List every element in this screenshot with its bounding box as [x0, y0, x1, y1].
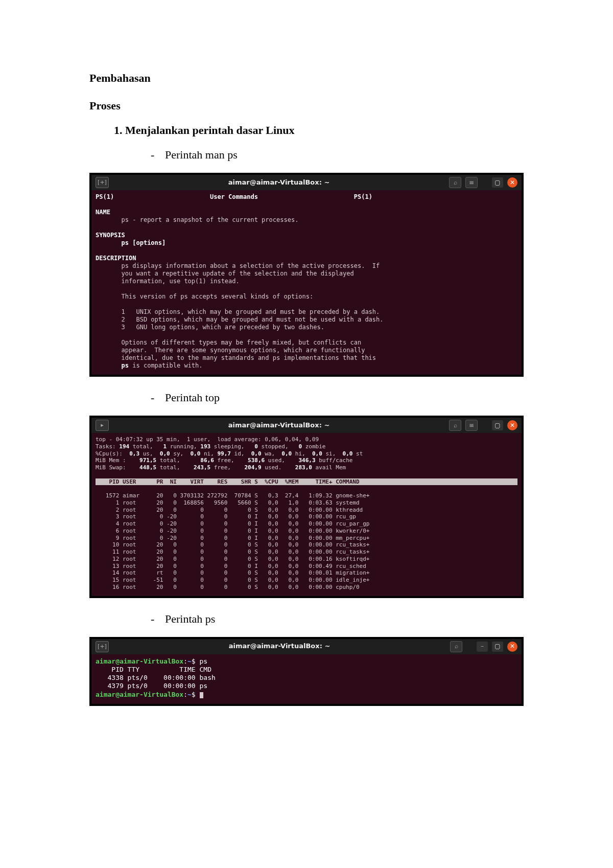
dash-item-3: -Perintah ps	[89, 612, 524, 626]
man-desc-line: identical, due to the many standards and…	[96, 354, 376, 361]
man-desc-line: ps displays information about a selectio…	[96, 262, 380, 269]
table-row: 15 root -51 0 0 0 0 S 0,0 0,0 0:00.00 id…	[96, 577, 369, 583]
terminal-body[interactable]: top - 04:07:32 up 35 min, 1 user, load a…	[91, 433, 522, 596]
man-desc-line: information, use top(1) instead.	[96, 278, 240, 285]
man-section-name: NAME	[96, 209, 110, 216]
terminal-titlebar: [+] aimar@aimar-VirtualBox: ~ ⌕ ≡ ▢ ✕	[91, 175, 522, 190]
terminal-ps: [+] aimar@aimar-VirtualBox: ~ ⌕ – ▢ ✕ ai…	[89, 637, 524, 706]
dash-item-1: -Perintah man ps	[89, 148, 524, 162]
man-desc-line: you want a repetitive update of the sele…	[96, 270, 354, 277]
menu-icon[interactable]: ≡	[465, 420, 478, 431]
table-row: 10 root 20 0 0 0 0 S 0,0 0,0 0:00.00 rcu…	[96, 541, 369, 548]
close-icon[interactable]: ✕	[507, 642, 517, 652]
search-icon[interactable]: ⌕	[450, 641, 462, 652]
page-subtitle: Proses	[89, 99, 524, 112]
table-row: 1572 aimar 20 0 3703132 272792 70784 S 0…	[96, 492, 369, 499]
terminal-titlebar: ▸ aimar@aimar-VirtualBox: ~ ⌕ ≡ ▢ ✕	[91, 418, 522, 433]
man-header-center: User Commands	[210, 193, 258, 200]
terminal-body[interactable]: PS(1) User Commands PS(1) NAME ps - repo…	[91, 190, 522, 375]
maximize-icon[interactable]: ▢	[492, 420, 503, 430]
table-row: 13 root 20 0 0 0 0 I 0,0 0,0 0:00.49 rcu…	[96, 563, 369, 569]
new-tab-button[interactable]: ▸	[96, 420, 109, 431]
close-icon[interactable]: ✕	[507, 177, 517, 188]
table-row: 9 root 0 -20 0 0 0 I 0,0 0,0 0:00.00 mm_…	[96, 535, 369, 541]
top-tasks-line: Tasks: 194 total, 1 running, 193 sleepin…	[96, 443, 325, 450]
man-desc-line: Options of different types may be freely…	[96, 339, 361, 346]
table-row: 4 root 0 -20 0 0 0 I 0,0 0,0 0:00.00 rcu…	[96, 520, 369, 527]
man-option-line: 1 UNIX options, which may be grouped and…	[96, 308, 380, 315]
top-uptime-line: top - 04:07:32 up 35 min, 1 user, load a…	[96, 436, 319, 443]
prompt-user: aimar@aimar-VirtualBox	[96, 657, 183, 665]
man-name-line: ps - report a snapshot of the current pr…	[96, 216, 298, 223]
minimize-icon[interactable]: –	[477, 642, 488, 652]
terminal-body[interactable]: aimar@aimar-VirtualBox:~$ ps PID TTY TIM…	[91, 654, 522, 704]
terminal-title: aimar@aimar-VirtualBox: ~	[113, 642, 446, 650]
table-row: 12 root 20 0 0 0 0 S 0,0 0,0 0:00.16 kso…	[96, 556, 369, 562]
man-option-line: 2 BSD options, which may be grouped and …	[96, 316, 384, 323]
cursor-icon	[200, 692, 203, 698]
terminal-title: aimar@aimar-VirtualBox: ~	[113, 421, 445, 429]
top-columns-header: PID USER PR NI VIRT RES SHR S %CPU %MEM …	[96, 478, 517, 486]
dash-item-label: Perintah top	[165, 391, 220, 404]
search-icon[interactable]: ⌕	[449, 420, 461, 431]
man-desc-line: This version of ps accepts several kinds…	[96, 293, 313, 300]
man-section-synopsis: SYNOPSIS	[96, 232, 125, 239]
dash-item-label: Perintah ps	[165, 612, 215, 625]
man-desc-line: ps is compatible with.	[96, 362, 203, 369]
terminal-top: ▸ aimar@aimar-VirtualBox: ~ ⌕ ≡ ▢ ✕ top …	[89, 416, 524, 598]
dash-item-2: -Perintah top	[89, 391, 524, 404]
prompt-path: ~	[187, 691, 192, 698]
new-tab-button[interactable]: [+]	[96, 177, 109, 188]
man-synopsis-line: ps [options]	[96, 239, 166, 246]
table-row: 1 root 20 0 168856 9560 5660 S 0,0 1,0 0…	[96, 499, 369, 506]
new-tab-button[interactable]: [+]	[96, 641, 109, 652]
table-row: 16 root 20 0 0 0 0 S 0,0 0,0 0:00.00 cpu…	[96, 584, 369, 590]
table-row: 3 root 0 -20 0 0 0 I 0,0 0,0 0:00.00 rcu…	[96, 513, 369, 520]
man-option-line: 3 GNU long options, which are preceded b…	[96, 324, 324, 331]
terminal-title: aimar@aimar-VirtualBox: ~	[113, 178, 445, 187]
top-swap-line: MiB Swap: 448,5 total, 243,5 free, 204,9…	[96, 464, 346, 471]
table-row: 4338 pts/0 00:00:00 bash	[96, 674, 216, 681]
top-mem-line: MiB Mem : 971,5 total, 86,6 free, 538,6 …	[96, 457, 352, 464]
menu-icon[interactable]: ≡	[465, 177, 478, 188]
table-row: 6 root 0 -20 0 0 0 I 0,0 0,0 0:00.00 kwo…	[96, 528, 369, 534]
table-row: 14 root rt 0 0 0 0 S 0,0 0,0 0:00.01 mig…	[96, 569, 369, 576]
close-icon[interactable]: ✕	[507, 420, 517, 430]
terminal-titlebar: [+] aimar@aimar-VirtualBox: ~ ⌕ – ▢ ✕	[91, 639, 522, 654]
man-header-right: PS(1)	[354, 193, 372, 200]
page-title: Pembahasan	[89, 72, 524, 85]
prompt-path: ~	[187, 657, 192, 665]
search-icon[interactable]: ⌕	[449, 177, 461, 188]
table-row: 2 root 20 0 0 0 0 S 0,0 0,0 0:00.00 kthr…	[96, 507, 369, 513]
man-header-left: PS(1)	[96, 193, 114, 200]
maximize-icon[interactable]: ▢	[492, 642, 503, 652]
table-row: 4379 pts/0 00:00:00 ps	[96, 682, 207, 690]
list-item-1: 1. Menjalankan perintah dasar Linux	[114, 124, 524, 137]
prompt-user: aimar@aimar-VirtualBox	[96, 691, 183, 698]
table-row: 11 root 20 0 0 0 0 S 0,0 0,0 0:00.00 rcu…	[96, 549, 369, 555]
dash-item-label: Perintah man ps	[165, 148, 238, 161]
man-desc-line: appear. There are some synonymous option…	[96, 347, 365, 354]
terminal-man-ps: [+] aimar@aimar-VirtualBox: ~ ⌕ ≡ ▢ ✕ PS…	[89, 173, 524, 377]
top-cpu-line: %Cpu(s): 0,3 us, 0,0 sy, 0,0 ni, 99,7 id…	[96, 450, 363, 457]
man-section-description: DESCRIPTION	[96, 255, 136, 262]
command-input: ps	[200, 657, 208, 665]
maximize-icon[interactable]: ▢	[492, 177, 503, 188]
ps-columns-header: PID TTY TIME CMD	[96, 666, 211, 673]
